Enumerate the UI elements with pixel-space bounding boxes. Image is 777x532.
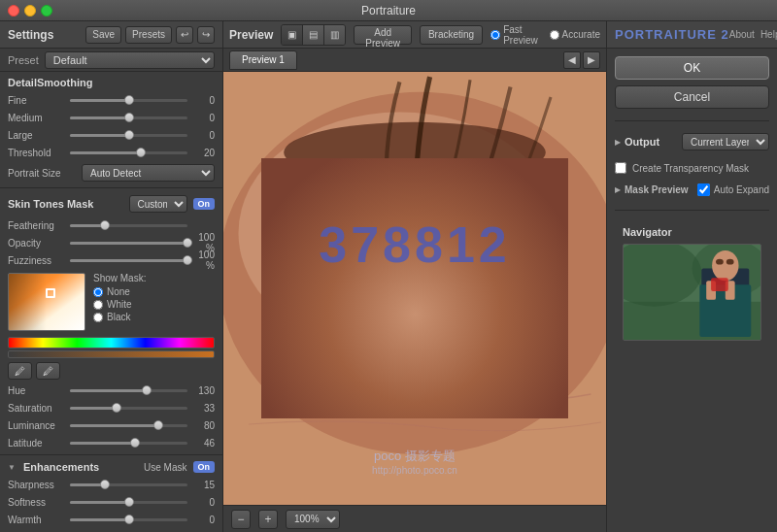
view-buttons-group: ▣ ▤ ▥ (281, 24, 346, 46)
about-link[interactable]: About (729, 29, 755, 40)
color-gradient-box[interactable] (8, 273, 85, 331)
output-triangle-icon: ▶ (615, 138, 621, 147)
eyedropper-btn-1[interactable]: 🖉 (8, 362, 32, 380)
luminance-track[interactable] (70, 424, 187, 427)
large-track[interactable] (70, 134, 187, 137)
fuzziness-label: Fuzziness (8, 255, 66, 266)
fine-label: Fine (8, 95, 66, 106)
watermark-url: http://photo.poco.cn (372, 465, 457, 476)
hue-track[interactable] (70, 389, 187, 392)
tab-next-btn[interactable]: ▶ (583, 51, 600, 69)
accurate-label: Accurate (562, 29, 600, 40)
create-transparency-label: Create Transparency Mask (632, 163, 749, 174)
slider-row-warmth: Warmth 0 (0, 511, 222, 528)
svg-point-3 (284, 122, 546, 183)
fast-preview-radio[interactable] (490, 30, 500, 40)
brand-version: 2 (722, 27, 729, 42)
enhancements-collapse-icon[interactable]: ▼ (8, 463, 16, 472)
help-link[interactable]: Help (760, 29, 777, 40)
accurate-option: Accurate (550, 29, 600, 40)
warmth-track[interactable] (70, 518, 187, 521)
header-links: About Help (729, 29, 777, 40)
close-button[interactable] (8, 5, 19, 17)
saturation-label: Saturation (8, 403, 66, 414)
save-button[interactable]: Save (85, 26, 121, 44)
hue-strip[interactable] (8, 337, 215, 349)
enhancements-title: Enhancements (23, 461, 138, 473)
navigator-image (623, 244, 761, 341)
bracketing-btn[interactable]: Bracketing (420, 25, 483, 45)
preview-tab-1[interactable]: Preview 1 (229, 50, 297, 70)
presets-button[interactable]: Presets (125, 26, 172, 44)
enhancements-header: ▼ Enhancements Use Mask On (0, 458, 222, 476)
softness-track[interactable] (70, 501, 187, 504)
portraiture-brand: PORTRAITURE 2 (615, 27, 729, 42)
slider-row-latitude: Latitude 46 (0, 434, 222, 451)
fine-track[interactable] (70, 99, 187, 102)
right-panel: PORTRAITURE 2 About Help OK Cancel ▶ Out… (607, 21, 777, 532)
latitude-track[interactable] (70, 442, 187, 445)
threshold-label: Threshold (8, 148, 66, 158)
svg-point-15 (716, 259, 724, 265)
saturation-value: 33 (191, 403, 215, 414)
threshold-track[interactable] (70, 151, 187, 154)
brand-part1: PORTRAI (615, 27, 679, 42)
slider-row-saturation: Saturation 33 (0, 399, 222, 416)
watermark: poco 摄影专题 http://photo.poco.cn (372, 448, 457, 476)
medium-track[interactable] (70, 116, 187, 119)
undo-button[interactable]: ↩ (176, 26, 193, 44)
preview-bottom: − + 100% (223, 505, 606, 532)
skin-tones-custom-select[interactable]: Custom (129, 195, 187, 213)
eye-svg (223, 72, 606, 505)
fuzziness-track[interactable] (70, 259, 187, 262)
radio-none[interactable] (93, 287, 103, 297)
tab-prev-btn[interactable]: ◀ (563, 51, 581, 69)
ok-button[interactable]: OK (615, 56, 769, 80)
redo-button[interactable]: ↪ (197, 26, 215, 44)
zoom-plus-btn[interactable]: + (258, 510, 278, 529)
maximize-button[interactable] (41, 5, 52, 17)
divider-2 (0, 454, 222, 455)
panel-toolbar: Save Presets ↩ ↪ (85, 26, 215, 44)
radio-black[interactable] (93, 313, 103, 322)
portrait-size-select[interactable]: Auto Detect (82, 164, 215, 182)
preview-image-area: 378812 poco 摄影专题 http://photo.poco.cn (223, 72, 606, 505)
accurate-radio[interactable] (550, 30, 559, 40)
large-label: Large (8, 130, 66, 141)
view-triple-btn[interactable]: ▥ (324, 25, 345, 45)
use-mask-label: Use Mask (144, 462, 186, 473)
opacity-track[interactable] (70, 242, 187, 245)
eyedropper-btn-2[interactable]: 🖉 (36, 362, 60, 380)
zoom-select[interactable]: 100% (286, 510, 340, 529)
zoom-minus-btn[interactable]: − (231, 510, 251, 529)
minimize-button[interactable] (24, 5, 36, 17)
radio-white[interactable] (93, 300, 103, 310)
preset-row: Preset Default (0, 49, 222, 72)
add-preview-btn[interactable]: Add Preview (354, 25, 412, 45)
preset-select[interactable]: Default (45, 51, 215, 69)
large-value: 0 (191, 130, 215, 141)
slider-row-large: Large 0 (0, 126, 222, 144)
left-panel-content: DetailSmoothing Fine 0 Medium 0 Large (0, 72, 222, 532)
slider-row-feathering: Feathering (0, 216, 222, 234)
softness-label: Softness (8, 497, 66, 508)
mask-preview-triangle-icon[interactable]: ▶ (615, 185, 621, 194)
create-transparency-checkbox[interactable] (615, 162, 626, 174)
color-selector-box: Show Mask: None White Black (93, 273, 171, 331)
auto-expand-checkbox[interactable] (697, 183, 710, 196)
alpha-strip[interactable] (8, 350, 215, 358)
slider-row-threshold: Threshold 20 (0, 144, 222, 161)
feathering-track[interactable] (70, 224, 187, 227)
sharpness-track[interactable] (70, 483, 187, 486)
slider-row-hue: Hue 130 (0, 382, 222, 399)
view-single-btn[interactable]: ▣ (282, 25, 303, 45)
brand-part2: TURE (679, 27, 717, 42)
cancel-button[interactable]: Cancel (615, 85, 769, 109)
output-select[interactable]: Current Layer (682, 133, 769, 150)
window-title: Portraiture (361, 4, 416, 17)
saturation-track[interactable] (70, 407, 187, 410)
color-picker-area: Show Mask: None White Black (0, 269, 222, 335)
medium-value: 0 (191, 113, 215, 123)
preset-label: Preset (8, 54, 39, 66)
view-split-btn[interactable]: ▤ (303, 25, 324, 45)
